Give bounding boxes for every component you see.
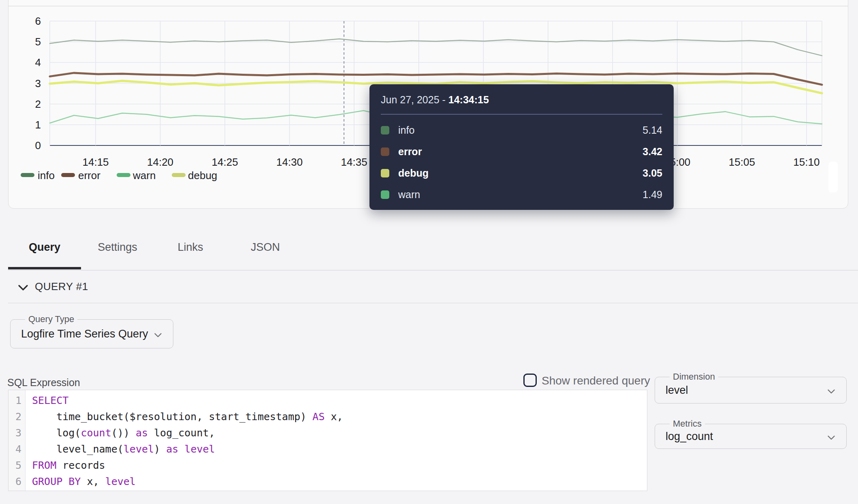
legend-swatch-icon [117, 173, 130, 177]
legend-item-error[interactable]: error [61, 169, 100, 182]
sql-keyword: as [136, 427, 148, 439]
tooltip-series-name: info [398, 124, 642, 136]
y-tick-label: 2 [35, 98, 41, 110]
code-line: FROM records [32, 457, 647, 474]
code-line: log(count()) as log_count, [32, 425, 647, 441]
legend-label: error [78, 169, 100, 182]
editor-line-numbers: 123456 [9, 390, 26, 491]
x-tick-label: 14:30 [276, 156, 303, 168]
metrics-value: log_count [666, 424, 713, 448]
show-rendered-query-checkbox[interactable] [523, 374, 537, 387]
x-tick-label: 15:10 [793, 156, 820, 168]
legend-swatch-icon [21, 173, 34, 177]
sql-keyword: level [124, 443, 154, 455]
chevron-down-icon [828, 434, 835, 442]
sql-text: time_bucket($resolution, start_timestamp… [32, 411, 312, 423]
tab-json[interactable]: JSON [227, 235, 304, 259]
tooltip-series-name: error [398, 146, 642, 158]
series-swatch-icon [381, 126, 389, 135]
y-tick-label: 6 [35, 15, 41, 27]
tooltip-series-value: 3.42 [642, 146, 662, 158]
x-tick-label: 14:15 [82, 156, 109, 168]
legend-label: debug [188, 169, 217, 182]
show-rendered-query-label[interactable]: Show rendered query [542, 374, 650, 387]
tooltip-series-name: debug [398, 167, 642, 179]
chevron-down-icon [154, 332, 162, 339]
y-tick-label: 4 [35, 56, 41, 68]
sql-text: ()) [111, 427, 136, 439]
line-number: 1 [9, 393, 25, 409]
tooltip-series-name: warn [398, 189, 642, 201]
tooltip-rows: info5.14error3.42debug3.05warn1.49 [381, 120, 662, 205]
legend-label: info [38, 169, 55, 182]
sql-keyword: count [81, 427, 111, 439]
sql-text: log( [32, 427, 81, 439]
legend-swatch-icon [61, 173, 75, 177]
code-line: time_bucket($resolution, start_timestamp… [32, 409, 647, 425]
y-tick-label: 1 [35, 119, 41, 131]
line-number: 2 [9, 409, 25, 425]
sql-text: x, [81, 476, 105, 487]
line-number: 5 [9, 457, 25, 474]
tooltip-time: 14:34:15 [448, 94, 489, 105]
code-line: GROUP BY x, level [32, 474, 647, 490]
line-number: 4 [9, 441, 25, 457]
x-tick-label: 14:25 [212, 156, 238, 168]
chevron-down-icon [828, 388, 835, 395]
dashboard-panel-editor: 012345614:1514:2014:2514:3014:3514:4014:… [0, 0, 858, 504]
series-swatch-icon [381, 147, 389, 156]
code-line: SELECT [32, 393, 647, 409]
editor-code: SELECT time_bucket($resolution, start_ti… [26, 390, 647, 491]
sql-keyword: level [105, 476, 136, 487]
y-tick-label: 0 [35, 139, 41, 152]
tooltip-divider [381, 114, 662, 115]
legend-item-info[interactable]: info [21, 169, 55, 182]
legend-swatch-icon [172, 173, 186, 177]
tab-settings[interactable]: Settings [81, 235, 154, 259]
tooltip-series-value: 3.05 [642, 167, 662, 179]
tab-query[interactable]: Query [8, 235, 81, 259]
query-section-collapse-toggle[interactable] [18, 285, 28, 293]
x-tick-label: 15:05 [729, 156, 755, 168]
sql-keyword: as [166, 443, 178, 455]
dimension-select[interactable]: Dimension level [655, 377, 847, 404]
dimension-value: level [666, 377, 688, 403]
sql-keyword: SELECT [32, 395, 68, 406]
sql-keyword: GROUP BY [32, 476, 81, 487]
tabs-divider [8, 270, 858, 271]
tooltip-row-debug: debug3.05 [381, 162, 662, 184]
metrics-select[interactable]: Metrics log_count [655, 424, 847, 449]
series-line-info [50, 39, 822, 56]
chevron-down-icon [18, 285, 28, 291]
sql-text: ) [154, 443, 166, 455]
line-number: 3 [9, 425, 25, 441]
tooltip-row-info: info5.14 [381, 120, 662, 141]
y-tick-label: 5 [35, 36, 41, 48]
query-section-divider [8, 303, 858, 303]
code-line: level_name(level) as level [32, 441, 647, 457]
tooltip-date: Jun 27, 2025 - [381, 94, 448, 105]
sql-text: log_count, [148, 427, 215, 439]
sql-keyword: FROM [32, 459, 56, 471]
tab-links[interactable]: Links [154, 235, 227, 259]
active-tab-underline [8, 267, 81, 269]
tooltip-series-value: 1.49 [642, 189, 662, 201]
sql-text: x, [324, 411, 343, 423]
series-swatch-icon [381, 190, 389, 199]
legend-item-warn[interactable]: warn [117, 169, 156, 182]
tooltip-row-error: error3.42 [381, 141, 662, 162]
x-tick-label: 14:20 [147, 156, 173, 168]
sql-expression-label: SQL Expression [7, 377, 80, 389]
sql-text: records [56, 459, 105, 471]
legend-item-debug[interactable]: debug [172, 169, 217, 182]
x-tick-label: 14:35 [341, 156, 367, 168]
sql-code-editor[interactable]: 123456 SELECT time_bucket($resolution, s… [8, 390, 647, 491]
scrollbar-thumb[interactable] [828, 162, 838, 192]
query-type-select[interactable]: Query Type Logfire Time Series Query [10, 319, 173, 348]
line-number: 6 [9, 474, 25, 490]
tooltip-row-warn: warn1.49 [381, 184, 662, 205]
y-tick-label: 3 [35, 77, 41, 90]
legend-label: warn [132, 169, 156, 182]
query-type-value: Logfire Time Series Query [21, 320, 148, 348]
tooltip-timestamp: Jun 27, 2025 - 14:34:15 [381, 94, 662, 106]
